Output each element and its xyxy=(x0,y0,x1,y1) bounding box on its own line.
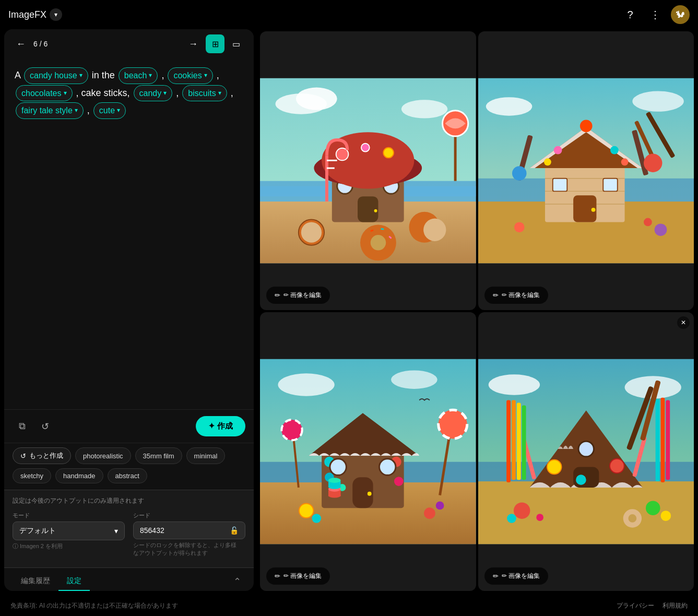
edit-icon: ✏ xyxy=(275,291,280,299)
svg-point-47 xyxy=(553,146,562,155)
svg-rect-105 xyxy=(511,400,515,480)
edit-icon: ✏ xyxy=(493,572,499,580)
more-button[interactable]: ⋮ xyxy=(646,5,665,24)
edit-button-3[interactable]: ✏ ✏ 画像を編集 xyxy=(266,567,330,585)
chevron-down-icon: ▾ xyxy=(117,105,120,115)
svg-rect-104 xyxy=(506,400,511,483)
style-suggestions: ↺ もっと作成 photorealistic 35mm film minimal… xyxy=(4,443,254,490)
chevron-down-icon: ▾ xyxy=(149,70,152,80)
expand-button[interactable]: ⌃ xyxy=(229,573,245,590)
image-cell-2: ✏ ✏ 画像を編集 xyxy=(478,31,694,310)
expand-icon: ⌃ xyxy=(233,576,241,587)
grid-icon: ⊞ xyxy=(212,39,219,49)
prompt-comma3: , xyxy=(176,88,181,98)
style-chip-35mm[interactable]: 35mm film xyxy=(135,447,182,464)
svg-point-41 xyxy=(591,208,595,212)
header: ImageFX ▾ ? ⋮ 🐿 xyxy=(0,0,698,29)
reset-button[interactable]: ↺ xyxy=(36,417,54,436)
image-cell-3: ✏ ✏ 画像を編集 xyxy=(260,312,476,591)
lock-icon[interactable]: 🔓 xyxy=(230,526,239,535)
style-chip-photorealistic[interactable]: photorealistic xyxy=(75,447,131,464)
copy-button[interactable]: ⧉ xyxy=(13,417,31,436)
create-button[interactable]: ✦ 作成 xyxy=(196,416,245,436)
svg-point-49 xyxy=(544,158,551,165)
svg-point-56 xyxy=(512,166,526,181)
svg-point-50 xyxy=(621,158,628,165)
edit-icon: ✏ xyxy=(493,291,499,299)
style-chip-more[interactable]: ↺ もっと作成 xyxy=(13,447,71,464)
mode-select[interactable]: デフォルト ▾ xyxy=(13,522,125,540)
main-layout: ← 6 / 6 → ⊞ ▭ A candy house ▾ xyxy=(0,29,698,595)
svg-rect-107 xyxy=(522,405,526,480)
grid-view-button[interactable]: ⊞ xyxy=(206,34,224,53)
footer-links: プライバシー 利用規約 xyxy=(617,601,688,610)
seed-value: 856432 xyxy=(140,526,164,535)
chevron-down-icon: ▾ xyxy=(218,88,221,98)
action-icons: ⧉ ↺ xyxy=(13,417,54,436)
style-chip-sketchy[interactable]: sketchy xyxy=(13,468,51,483)
prompt-in-the: in the xyxy=(92,70,117,80)
style-chip-handmade[interactable]: handmade xyxy=(55,468,103,483)
edit-button-2[interactable]: ✏ ✏ 画像を編集 xyxy=(484,287,548,304)
view-toggle: ⊞ ▭ xyxy=(206,34,245,53)
mode-label: モード xyxy=(13,512,125,519)
nav-counter: 6 / 6 xyxy=(33,40,181,48)
app-dropdown-button[interactable]: ▾ xyxy=(50,8,62,21)
prompt-prefix: A xyxy=(15,70,23,80)
mode-setting: モード デフォルト ▾ ⓘ Imagen 2 を利用 xyxy=(13,512,125,557)
bottom-actions: ⧉ ↺ ✦ 作成 xyxy=(4,409,254,443)
svg-point-62 xyxy=(391,370,437,388)
single-view-button[interactable]: ▭ xyxy=(227,34,245,53)
prompt-tag-cute[interactable]: cute ▾ xyxy=(93,102,126,119)
nav-back-button[interactable]: ← xyxy=(13,35,29,52)
nav-forward-button[interactable]: → xyxy=(185,35,202,52)
tab-settings[interactable]: 設定 xyxy=(58,572,90,591)
prompt-tag-beach[interactable]: beach ▾ xyxy=(119,67,158,84)
chevron-down-icon: ▾ xyxy=(79,70,82,80)
chevron-down-icon: ▾ xyxy=(163,88,167,98)
avatar[interactable]: 🐿 xyxy=(671,5,690,24)
chevron-down-icon: ▾ xyxy=(114,527,118,535)
svg-rect-8 xyxy=(358,196,378,222)
close-button-4[interactable]: ✕ xyxy=(677,316,690,329)
settings-panel: 設定は今後のアウトプットにのみ適用されます モード デフォルト ▾ ⓘ Imag… xyxy=(4,490,254,567)
chevron-down-icon: ▾ xyxy=(204,70,207,80)
prompt-tag-fairy-tale[interactable]: fairy tale style ▾ xyxy=(16,102,84,119)
style-chip-abstract[interactable]: abstract xyxy=(108,468,147,483)
svg-point-93 xyxy=(436,501,444,510)
image-4 xyxy=(478,312,694,591)
prompt-comma5: , xyxy=(87,105,92,115)
back-arrow-icon: ← xyxy=(16,39,26,50)
help-button[interactable]: ? xyxy=(621,5,640,24)
svg-point-116 xyxy=(513,502,530,519)
edit-button-1[interactable]: ✏ ✏ 画像を編集 xyxy=(266,287,330,304)
edit-button-4[interactable]: ✏ ✏ 画像を編集 xyxy=(484,567,548,585)
prompt-tag-candy-house[interactable]: candy house ▾ xyxy=(24,67,88,84)
header-left: ImageFX ▾ xyxy=(8,8,62,21)
prompt-tag-chocolates[interactable]: chocolates ▾ xyxy=(16,85,73,102)
svg-point-20 xyxy=(301,222,322,242)
svg-point-15 xyxy=(383,148,394,158)
copy-icon: ⧉ xyxy=(19,421,26,432)
svg-point-9 xyxy=(374,209,377,212)
tab-history[interactable]: 編集履歴 xyxy=(13,572,58,591)
svg-rect-106 xyxy=(516,402,520,480)
svg-rect-109 xyxy=(655,399,659,482)
svg-point-101 xyxy=(578,441,594,457)
svg-point-58 xyxy=(654,223,667,236)
svg-point-33 xyxy=(632,91,683,111)
svg-point-91 xyxy=(424,507,435,519)
prompt-tag-candy[interactable]: candy ▾ xyxy=(134,85,173,102)
prompt-tag-biscuits[interactable]: biscuits ▾ xyxy=(182,85,227,102)
svg-point-57 xyxy=(514,222,524,232)
forward-arrow-icon: → xyxy=(188,39,198,50)
prompt-comma4: , xyxy=(231,88,233,98)
privacy-link[interactable]: プライバシー xyxy=(617,601,654,610)
terms-link[interactable]: 利用規約 xyxy=(662,601,688,610)
svg-point-48 xyxy=(610,146,619,155)
prompt-tag-cookies[interactable]: cookies ▾ xyxy=(168,67,212,84)
prompt-cake: , cake sticks, xyxy=(76,88,133,98)
image-grid: ✏ ✏ 画像を編集 xyxy=(258,29,698,595)
tabs-row: 編集履歴 設定 ⌃ xyxy=(4,567,254,591)
style-chip-minimal[interactable]: minimal xyxy=(186,447,226,464)
